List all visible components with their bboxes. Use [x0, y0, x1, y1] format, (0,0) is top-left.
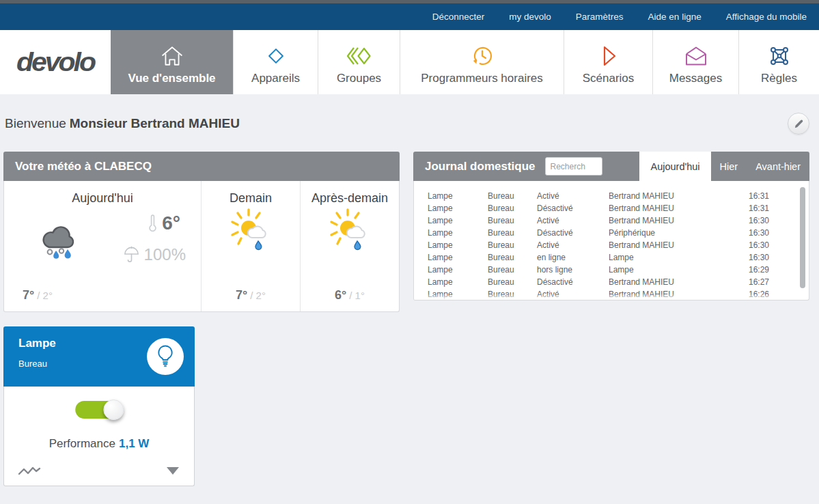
low-temp: / 2°: [250, 290, 266, 301]
journal-cell: Lampe: [428, 214, 488, 227]
journal-cell: Lampe: [609, 264, 749, 276]
device-card-lampe: Lampe Bureau Performance1,1 W: [3, 326, 195, 486]
journal-row: LampeBureauActivéBertrand MAHIEU16:31: [414, 190, 809, 202]
edit-button[interactable]: [788, 113, 809, 135]
umbrella-icon: [123, 246, 140, 264]
mobile-view-link[interactable]: Affichage du mobile: [726, 12, 807, 22]
power-toggle[interactable]: [75, 401, 117, 419]
light-bulb-icon: [155, 344, 176, 369]
journal-tab-today[interactable]: Aujourd'hui: [639, 152, 710, 181]
journal-cell: hors ligne: [537, 264, 609, 276]
tab-label: Règles: [761, 72, 797, 85]
widgets-row: Votre météo à CLABECQ Aujourd'hui: [3, 152, 809, 312]
play-icon: [598, 40, 619, 72]
devolo-logo: devolo: [0, 30, 111, 94]
journal-cell: 16:30: [749, 214, 790, 227]
journal-cell: 16:30: [749, 251, 790, 264]
journal-cell: Activé: [537, 190, 609, 202]
welcome-prefix: Bienvenue: [5, 116, 66, 130]
device-card-body: Performance1,1 W: [3, 387, 195, 486]
journal-row: LampeBureauDésactivéBertrand MAHIEU16:27: [414, 276, 809, 288]
journal-cell: 16:31: [749, 190, 790, 202]
scrollbar-thumb[interactable]: [800, 187, 805, 288]
device-card-header[interactable]: Lampe Bureau: [3, 326, 195, 387]
weather-header: Votre météo à CLABECQ: [3, 152, 400, 181]
low-temp: / 2°: [37, 290, 53, 301]
current-temp: 6°: [149, 212, 180, 234]
journal-row: LampeBureauActivéBertrand MAHIEU16:30: [414, 214, 809, 227]
pencil-icon: [794, 119, 804, 129]
tab-vue-densemble[interactable]: Vue d'ensemble: [111, 30, 234, 94]
journal-cell: Désactivé: [537, 202, 609, 214]
journal-rows: LampeBureauActivéBertrand MAHIEU16:31Lam…: [414, 190, 809, 300]
journal-title: Journal domestique: [425, 160, 536, 173]
tab-programmeurs-horaires[interactable]: Programmeurs horaires: [400, 30, 564, 94]
journal-cell: Bureau: [488, 227, 537, 239]
tab-groupes[interactable]: Groupes: [318, 30, 400, 94]
journal-cell: Lampe: [428, 264, 488, 276]
stats-graph-icon[interactable]: [18, 465, 41, 477]
weather-today: Aujourd'hui 6: [4, 181, 202, 311]
weather-day-label: Aujourd'hui: [4, 191, 201, 206]
bulb-badge: [147, 338, 184, 375]
device-name: Lampe: [18, 337, 56, 350]
thermometer-icon: [149, 214, 156, 233]
tab-scenarios[interactable]: Scénarios: [564, 30, 653, 94]
journal-cell: Bureau: [488, 190, 537, 202]
user-name: Monsieur Bertrand MAHIEU: [70, 116, 240, 130]
sun-cloud-rain-icon: [301, 207, 399, 256]
page-title: BienvenueMonsieur Bertrand MAHIEU: [5, 116, 240, 131]
tab-label: Groupes: [337, 72, 381, 85]
weather-body: Aujourd'hui 6: [3, 181, 400, 312]
journal-row: LampeBureauDésactivéPériphérique16:30: [414, 227, 809, 239]
journal-cell: Lampe: [428, 276, 488, 288]
journal-cell: Désactivé: [537, 227, 609, 239]
welcome-row: BienvenueMonsieur Bertrand MAHIEU: [5, 112, 809, 135]
journal-row: LampeBureauActivéBertrand MAHIEU16:30: [414, 239, 809, 251]
journal-tabs: Aujourd'hui Hier Avant-hier: [639, 152, 809, 181]
today-high-low: 7°/ 2°: [23, 288, 53, 303]
high-temp: 7°: [23, 288, 34, 302]
my-devolo-link[interactable]: my devolo: [509, 12, 551, 22]
toggle-knob[interactable]: [103, 400, 124, 420]
journal-cell: en ligne: [537, 251, 609, 264]
expand-arrow[interactable]: [167, 467, 179, 475]
logout-link[interactable]: Déconnecter: [432, 12, 485, 22]
journal-cell: Désactivé: [537, 276, 609, 288]
journal-cell: Lampe: [428, 288, 488, 300]
journal-cell: Activé: [537, 214, 609, 227]
journal-body: LampeBureauActivéBertrand MAHIEU16:31Lam…: [413, 181, 809, 300]
tomorrow-high-low: 7°/ 2°: [202, 288, 300, 303]
journal-cell: Bureau: [488, 202, 537, 214]
journal-cell: Bureau: [488, 214, 537, 227]
journal-header: Journal domestique Aujourd'hui Hier Avan…: [413, 152, 809, 181]
journal-search-input[interactable]: [545, 157, 602, 176]
weather-day-label: Après-demain: [301, 191, 399, 206]
journal-cell: 16:31: [749, 202, 790, 214]
journal-tab-day-before[interactable]: Avant-hier: [747, 152, 809, 181]
tab-label: Vue d'ensemble: [128, 72, 215, 85]
performance-label: Performance: [49, 437, 115, 450]
journal-cell: Activé: [537, 288, 609, 300]
journal-row: LampeBureauen ligneLampe16:30: [414, 251, 809, 264]
weather-title: Votre météo à CLABECQ: [15, 160, 152, 173]
journal-cell: 16:29: [749, 264, 790, 276]
tab-label: Messages: [669, 72, 722, 85]
high-temp: 6°: [335, 288, 346, 302]
precipitation-value: 100%: [144, 245, 186, 264]
clock-history-icon: [470, 40, 495, 72]
settings-link[interactable]: Paramètres: [576, 12, 624, 22]
diamond-icon: [264, 40, 288, 72]
journal-cell: Bertrand MAHIEU: [609, 239, 749, 251]
journal-cell: Bertrand MAHIEU: [609, 214, 749, 227]
performance-row: Performance1,1 W: [4, 437, 194, 451]
journal-tab-yesterday[interactable]: Hier: [711, 152, 747, 181]
tab-messages[interactable]: Messages: [653, 30, 739, 94]
online-help-link[interactable]: Aide en ligne: [648, 12, 702, 22]
tab-regles[interactable]: Règles: [739, 30, 819, 94]
current-temp-value: 6°: [162, 212, 180, 234]
journal-cell: Bertrand MAHIEU: [609, 190, 749, 202]
main-nav: devolo Vue d'ensemble Appareils Groupes: [0, 30, 819, 94]
tab-appareils[interactable]: Appareils: [234, 30, 318, 94]
cloud-rain-icon: [37, 221, 81, 266]
